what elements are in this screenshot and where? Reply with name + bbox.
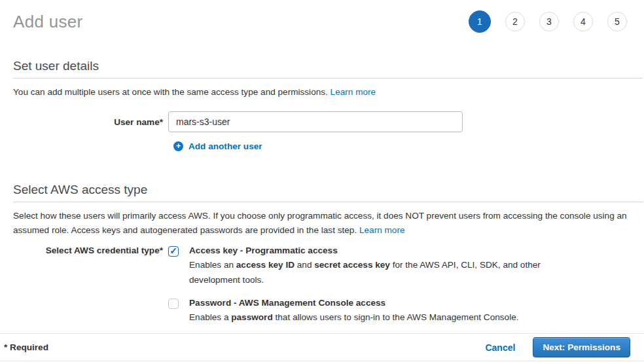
password-option-description: Enables a password that allows users to … [189,310,519,325]
learn-more-link-user-details[interactable]: Learn more [331,87,376,97]
user-details-intro-text: You can add multiple users at once with … [13,87,331,97]
step-4: 4 [573,12,593,31]
step-5-number: 5 [615,16,620,27]
option-access-key-content: Access key - Programmatic access Enables… [189,246,548,287]
add-another-user-label[interactable]: Add another user [188,141,262,151]
credential-type-row: Select AWS credential type* ✓ Access key… [13,246,631,325]
credential-options: ✓ Access key - Programmatic access Enabl… [168,246,548,325]
step-4-number: 4 [581,16,586,27]
step-3-number: 3 [546,16,552,27]
user-name-input[interactable] [168,111,463,132]
access-key-checkbox[interactable]: ✓ [168,246,179,257]
required-note: * Required [4,342,485,352]
step-2: 2 [505,12,525,31]
step-2-number: 2 [512,16,518,27]
plus-circle-icon: + [173,141,183,151]
section-heading-access-type: Select AWS access type [13,183,631,197]
main-content: Set user details You can add multiple us… [0,59,644,325]
step-indicator: 1 2 3 4 5 [469,10,627,33]
option-password-content: Password - AWS Management Console access… [189,298,519,325]
password-checkbox[interactable]: ✓ [168,299,179,309]
step-1: 1 [469,10,491,33]
page-title: Add user [13,12,82,32]
option-access-key: ✓ Access key - Programmatic access Enabl… [168,246,548,287]
wizard-footer: * Required Cancel Next: Permissions [0,333,644,361]
learn-more-link-access-type[interactable]: Learn more [359,225,405,235]
page-header: Add user 1 2 3 4 5 [0,0,644,33]
user-name-row: User name* [13,111,631,132]
access-type-intro: Select how these users will primarily ac… [13,209,631,238]
add-another-user-button[interactable]: + Add another user [173,141,631,151]
user-details-intro: You can add multiple users at once with … [13,85,631,100]
section-divider [13,78,643,79]
section-heading-user-details: Set user details [13,59,631,73]
access-key-option-description: Enables an access key ID and secret acce… [189,258,548,287]
step-5: 5 [607,12,627,31]
step-1-number: 1 [477,16,482,27]
credential-type-label: Select AWS credential type* [13,246,168,255]
section-divider [13,202,643,202]
option-password: ✓ Password - AWS Management Console acce… [168,298,548,325]
access-key-option-title[interactable]: Access key - Programmatic access [189,246,548,255]
password-option-title[interactable]: Password - AWS Management Console access [189,298,519,308]
access-type-intro-text: Select how these users will primarily ac… [13,211,627,235]
next-permissions-button[interactable]: Next: Permissions [533,337,630,357]
checkmark-icon: ✓ [170,246,177,255]
step-3: 3 [539,12,559,31]
user-name-label: User name* [13,111,168,127]
cancel-button[interactable]: Cancel [485,342,515,353]
